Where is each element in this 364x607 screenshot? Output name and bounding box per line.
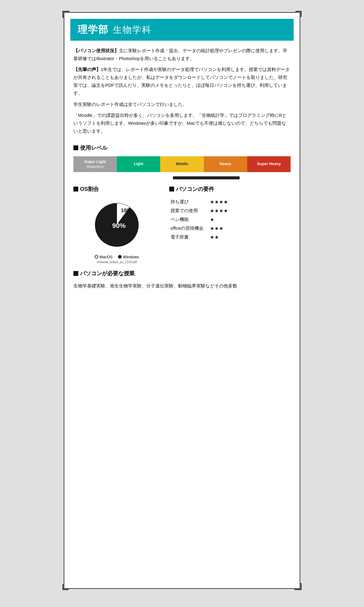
level-super-light: Super Light (Mail&Web) — [73, 156, 117, 172]
heading-square-icon — [73, 145, 78, 150]
level-middle: Middle — [160, 156, 204, 172]
header-title-bold: 理学部 — [78, 23, 109, 36]
super-heavy-label: Super Heavy — [257, 161, 281, 167]
req-table-row: 電子辞書 ★★ — [169, 233, 291, 242]
pie-wrapper: 90% 10% MacOS Windows — [73, 198, 160, 264]
level-indicator-row — [73, 176, 291, 179]
req-stars: ★★★★ — [209, 198, 291, 206]
svg-text:10%: 10% — [121, 208, 131, 213]
req-table-row: 授業での使用 ★★★★ — [169, 206, 291, 215]
heavy-label: Heavy — [220, 161, 231, 167]
req-table-row: ペン機能 ★ — [169, 215, 291, 224]
level-bar: Super Light (Mail&Web) Light Middle Heav… — [73, 156, 291, 172]
os-heading-square-icon — [73, 187, 78, 192]
level-section: 使用レベル Super Light (Mail&Web) Light Middl… — [73, 144, 291, 179]
level-heavy: Heavy — [204, 156, 247, 172]
super-light-sublabel: (Mail&Web) — [86, 164, 104, 169]
os-heading: OS割合 — [73, 185, 160, 193]
legend-macos: MacOS — [95, 255, 113, 259]
page-container: 理学部 生物学科 【パソコン使用状況】主に実験レポート作成・提出、データの統計処… — [64, 12, 300, 589]
required-classes-heading: パソコンが必要な授業 — [73, 270, 291, 277]
req-label: 持ち運び — [169, 198, 209, 206]
senior-voice-paragraph: 【先輩の声】1年生では、レポート作成や実験のデータ処理でパソコンを利用します。授… — [73, 66, 291, 97]
level-super-heavy: Super Heavy — [247, 156, 291, 172]
pc-usage-label: 【パソコン使用状況】 — [73, 48, 119, 53]
req-table-row: 持ち運び ★★★★ — [169, 198, 291, 206]
header-title-light: 生物学科 — [113, 24, 152, 36]
pc-req-heading-text: パソコンの要件 — [176, 185, 214, 193]
req-stars: ★★★ — [209, 224, 291, 233]
windows-label: Windows — [123, 255, 139, 259]
pie-chart: 90% 10% — [89, 198, 144, 252]
windows-circle-icon — [118, 255, 122, 259]
required-classes: パソコンが必要な授業 生物学基礎実験、発生生物学実験、分子遺伝実験、動物臨界実験… — [73, 270, 291, 290]
pc-req-heading-square-icon — [169, 187, 174, 192]
extra-text2: 「Moodle」での課題提出時が多く、パソコンを多用します。「生物統計学」ではプ… — [73, 111, 291, 135]
senior-voice-label: 【先輩の声】 — [73, 67, 101, 72]
req-label: 電子辞書 — [169, 233, 209, 242]
pc-usage-paragraph: 【パソコン使用状況】主に実験レポート作成・提出、データの統計処理やプレゼンの際に… — [73, 47, 291, 63]
level-light: Light — [117, 156, 160, 172]
req-stars: ★★ — [209, 233, 291, 242]
super-light-label: Super Light — [84, 159, 106, 164]
main-content: 【パソコン使用状況】主に実験レポート作成・提出、データの統計処理やプレゼンの際に… — [64, 41, 300, 296]
light-label: Light — [134, 161, 143, 167]
req-label: ペン機能 — [169, 215, 209, 224]
required-classes-square-icon — [73, 271, 78, 276]
extra-text1: 学生実験のレポート作成は全てパソコンで行いました。 — [73, 100, 291, 108]
pie-legend: MacOS Windows — [95, 255, 139, 259]
req-label: officeの習得機会 — [169, 224, 209, 233]
macos-circle-icon — [95, 255, 98, 259]
level-heading: 使用レベル — [73, 144, 291, 151]
macos-label: MacOS — [99, 255, 113, 259]
pc-req-heading: パソコンの要件 — [169, 185, 291, 193]
level-heading-text: 使用レベル — [80, 144, 107, 151]
filename-label: chibadai_seikyo_pc_1218.pdf — [97, 260, 137, 264]
req-stars: ★ — [209, 215, 291, 224]
os-pc-section: OS割合 90% — [73, 185, 291, 264]
legend-windows: Windows — [118, 255, 139, 259]
req-label: 授業での使用 — [169, 206, 209, 215]
os-heading-text: OS割合 — [80, 185, 99, 193]
level-indicator — [173, 176, 240, 179]
svg-text:90%: 90% — [112, 222, 126, 229]
req-table: 持ち運び ★★★★ 授業での使用 ★★★★ ペン機能 ★ officeの習得機会… — [169, 198, 291, 242]
senior-voice-text: 1年生では、レポート作成や実験のデータ処理でパソコンを利用します。授業では資料デ… — [73, 67, 290, 96]
required-classes-heading-text: パソコンが必要な授業 — [80, 270, 135, 277]
os-section: OS割合 90% — [73, 185, 160, 264]
middle-label: Middle — [176, 161, 188, 167]
header-bar: 理学部 生物学科 — [70, 19, 294, 41]
req-stars: ★★★★ — [209, 206, 291, 215]
required-classes-text: 生物学基礎実験、発生生物学実験、分子遺伝実験、動物臨界実験などその他多数 — [73, 282, 291, 290]
pc-req-section: パソコンの要件 持ち運び ★★★★ 授業での使用 ★★★★ ペン機能 ★ off… — [169, 185, 291, 264]
req-table-row: officeの習得機会 ★★★ — [169, 224, 291, 233]
